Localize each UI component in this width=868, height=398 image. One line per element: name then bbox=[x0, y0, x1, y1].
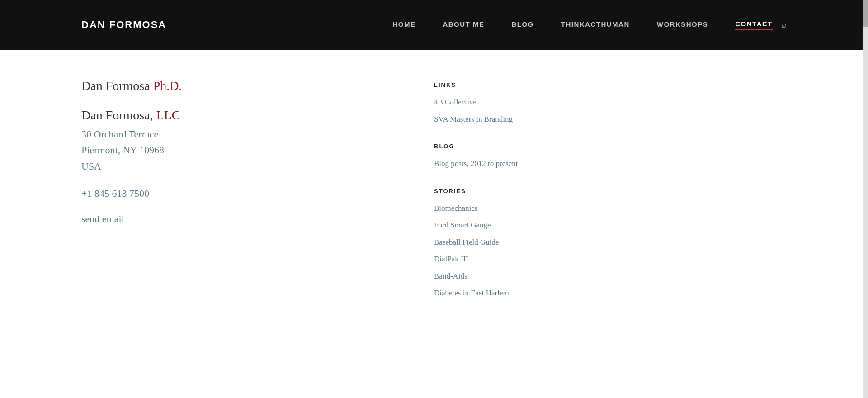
nav-item-contact[interactable]: CONTACT bbox=[735, 20, 773, 30]
contact-name-degree: Ph.D. bbox=[153, 79, 182, 93]
nav-item-thinkacthuman[interactable]: THINKACTHUMAN bbox=[561, 20, 630, 30]
contact-name: Dan Formosa Ph.D. bbox=[81, 77, 398, 95]
sidebar-link[interactable]: Baseball Field Guide bbox=[434, 237, 579, 248]
search-icon[interactable]: ⌕ bbox=[782, 20, 787, 30]
sidebar-heading: STORIES bbox=[434, 188, 579, 194]
contact-info: Dan Formosa Ph.D. Dan Formosa, LLC 30 Or… bbox=[81, 77, 398, 317]
address-line2: Piermont, NY 10968 bbox=[81, 142, 398, 158]
sidebar-link[interactable]: 4B Collective bbox=[434, 96, 579, 108]
contact-company: Dan Formosa, LLC bbox=[81, 108, 398, 123]
nav-item-about-me[interactable]: ABOUT ME bbox=[443, 20, 484, 30]
contact-company-name: Dan Formosa bbox=[81, 108, 150, 122]
nav-item-workshops[interactable]: WORKSHOPS bbox=[657, 20, 708, 30]
right-sidebar: LINKS4B CollectiveSVA Masters in Brandin… bbox=[434, 77, 579, 317]
sidebar-link[interactable]: Diabetes in East Harlem bbox=[434, 287, 579, 299]
main-nav: HOMEABOUT MEBLOGTHINKACTHUMANWORKSHOPSCO… bbox=[392, 20, 773, 30]
contact-phone: +1 845 613 7500 bbox=[81, 188, 398, 199]
contact-address: 30 Orchard Terrace Piermont, NY 10968 US… bbox=[81, 126, 398, 174]
contact-name-text: Dan Formosa bbox=[81, 79, 150, 93]
contact-company-suffix: , LLC bbox=[150, 108, 180, 122]
nav-item-home[interactable]: HOME bbox=[392, 20, 415, 30]
sidebar-link[interactable]: Ford Smart Gauge bbox=[434, 219, 579, 231]
site-title: DAN FORMOSA bbox=[81, 19, 166, 31]
sidebar-link[interactable]: Blog posts, 2012 to present bbox=[434, 158, 579, 170]
address-line3: USA bbox=[81, 158, 398, 174]
sidebar-section: LINKS4B CollectiveSVA Masters in Brandin… bbox=[434, 81, 579, 125]
sidebar-section: STORIESBiomechanicsFord Smart GaugeBaseb… bbox=[434, 188, 579, 299]
sidebar-link[interactable]: Biomechanics bbox=[434, 203, 579, 214]
scrollbar-track[interactable] bbox=[863, 0, 868, 398]
sidebar-heading: BLOG bbox=[434, 143, 579, 150]
sidebar-link[interactable]: Band-Aids bbox=[434, 270, 579, 282]
address-line1: 30 Orchard Terrace bbox=[81, 126, 398, 142]
scrollbar-thumb[interactable] bbox=[863, 0, 868, 27]
site-header: DAN FORMOSA HOMEABOUT MEBLOGTHINKACTHUMA… bbox=[0, 0, 868, 50]
sidebar-link[interactable]: SVA Masters in Branding bbox=[434, 114, 579, 125]
sidebar-section: BLOGBlog posts, 2012 to present bbox=[434, 143, 579, 170]
sidebar-link[interactable]: DialPak III bbox=[434, 253, 579, 265]
contact-email-link[interactable]: send email bbox=[81, 213, 124, 224]
main-content: Dan Formosa Ph.D. Dan Formosa, LLC 30 Or… bbox=[0, 50, 868, 344]
sidebar-heading: LINKS bbox=[434, 81, 579, 88]
nav-item-blog[interactable]: BLOG bbox=[511, 20, 533, 30]
